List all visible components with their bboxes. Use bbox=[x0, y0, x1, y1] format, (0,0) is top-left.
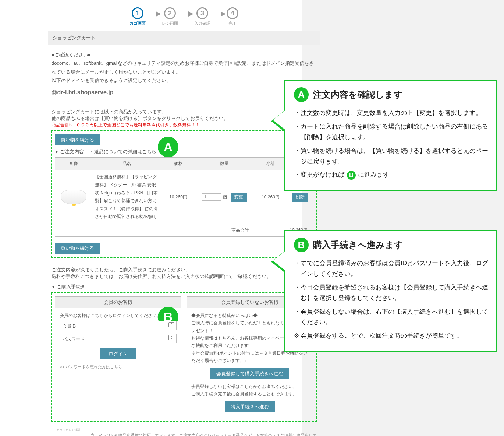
order-detail-label: ご注文内容 bbox=[55, 149, 84, 154]
return-policy-link[interactable]: → 返品についての詳細はこちら bbox=[88, 149, 157, 154]
notice-header: ■ご確認ください■ bbox=[52, 50, 316, 59]
order-summary-box: A 買い物を続ける ご注文内容 → 返品についての詳細はこちら 画像 品名 価格… bbox=[51, 130, 317, 258]
step-3: 3 入力確認 bbox=[194, 7, 210, 26]
proceed-without-register-button[interactable]: 購入手続きへ進む bbox=[225, 401, 275, 412]
purchase-procedure-box: B 会員のお客様 会員のお客様はこちらからログインしてください。 会員ID パス… bbox=[51, 292, 317, 422]
product-price: 10,260円 bbox=[162, 170, 195, 224]
step-arrow-icon: ···· bbox=[210, 11, 227, 23]
product-qty-cell: 個 変更 bbox=[195, 170, 254, 224]
table-header-row: 画像 品名 価格 数量 小計 削除 bbox=[55, 158, 313, 170]
col-name: 品名 bbox=[92, 158, 162, 170]
continue-shopping-button[interactable]: 買い物を続ける bbox=[55, 243, 100, 254]
login-button[interactable]: ログイン bbox=[100, 348, 136, 359]
callout-letter-icon: B bbox=[294, 238, 309, 252]
member-panel-title: 会員のお客様 bbox=[55, 297, 181, 308]
guest-line: ご購入手続き完了後に会員登録することもできます。 bbox=[191, 390, 308, 398]
register-and-proceed-button[interactable]: 会員登録して購入手続きへ進む bbox=[210, 368, 289, 379]
continue-shopping-button[interactable]: 買い物を続ける bbox=[55, 134, 100, 145]
qty-input[interactable] bbox=[202, 193, 221, 201]
callout-item: 買い物を続ける場合は、【買い物を続ける】を選択すると元のページに戻ります。 bbox=[294, 146, 488, 167]
product-subtotal: 10,260円 bbox=[254, 170, 287, 224]
cart-table: 画像 品名 価格 数量 小計 削除 【全国送料無料】【ラッピング無料】 ドクター… bbox=[55, 157, 313, 237]
step-1: 1 カゴ画面 bbox=[129, 7, 146, 26]
password-input[interactable] bbox=[89, 334, 177, 343]
col-image: 画像 bbox=[55, 158, 92, 170]
delete-item-button[interactable]: 削除 bbox=[292, 193, 308, 202]
step-arrow-icon: ···· bbox=[146, 11, 162, 23]
pillow-icon bbox=[61, 190, 86, 204]
change-qty-button[interactable]: 変更 bbox=[231, 193, 247, 202]
norton-click-hint: クリックして確認 bbox=[52, 428, 85, 432]
notice-line: 以下のドメインを受信できるように設定してください。 bbox=[52, 76, 316, 85]
callout-a: A 注文内容を確認します 注文数の変更時は、変更数量を入力の上【変更】を選択しま… bbox=[284, 80, 497, 191]
badge-a-icon: A bbox=[158, 137, 178, 157]
col-subtotal: 小計 bbox=[254, 158, 287, 170]
purchase-procedure-label: ご購入手続き bbox=[52, 284, 316, 290]
member-id-label: 会員ID bbox=[60, 321, 89, 332]
qty-unit: 個 bbox=[223, 194, 227, 200]
callout-item: すでに会員登録済みのお客様は会員IDとパスワードを入力後、ログインしてください。 bbox=[294, 258, 488, 279]
forgot-password-link[interactable]: >> パスワードを忘れた方はこちら bbox=[60, 365, 122, 369]
cart-title: ショッピングカート bbox=[48, 31, 320, 45]
callout-note: 会員登録をすることで、次回注文時の手続きが簡単です。 bbox=[294, 331, 488, 341]
norton-badge-wrap[interactable]: クリックして確認 ✓ Norton SECURED powered by Sym… bbox=[52, 428, 85, 436]
ssl-notice: 当サイトはSSL暗号化通信に対応しております。ご注文内容やクレジットカード番号な… bbox=[90, 428, 320, 436]
callout-b: B 購入手続きへ進みます すでに会員登録済みのお客様は会員IDとパスワードを入力… bbox=[284, 230, 497, 352]
col-price: 価格 bbox=[162, 158, 195, 170]
total-label: 商品合計 bbox=[55, 224, 254, 236]
guest-line: 会員登録しないお客様はこちらからお進みください。 bbox=[191, 383, 308, 390]
notice-block: ■ご確認ください■ docomo、au、softbank、gmailなどのセキュ… bbox=[48, 45, 320, 98]
keyboard-icon[interactable] bbox=[168, 335, 174, 340]
member-id-input[interactable] bbox=[89, 321, 177, 330]
step-2: 2 レジ画面 bbox=[162, 7, 178, 26]
norton-row: クリックして確認 ✓ Norton SECURED powered by Sym… bbox=[52, 428, 320, 436]
callout-letter-icon: A bbox=[294, 87, 309, 102]
table-row: 【全国送料無料】【ラッピング無料】 ドクターエル 寝具 安眠枕 Nelgu（ねる… bbox=[55, 170, 313, 224]
step-arrow-icon: ···· bbox=[178, 11, 194, 23]
callout-item: 変更がなければ B に進みます。 bbox=[294, 170, 488, 180]
callout-item: 会員登録をしない場合は、右下の【購入手続きへ進む】を選択してください。 bbox=[294, 307, 488, 328]
callout-title: 注文内容を確認します bbox=[313, 89, 403, 101]
callout-title: 購入手続きへ進みます bbox=[313, 239, 403, 251]
notice-line: docomo、au、softbank、gmailなどのセキュリティ設定のためお客… bbox=[52, 59, 316, 76]
step-4: 4 完了 bbox=[227, 7, 238, 26]
checkout-stepper: 1 カゴ画面 ···· 2 レジ画面 ···· 3 入力確認 ···· 4 完了 bbox=[107, 7, 261, 26]
callout-item: 今日会員登録を希望されるお客様は【会員登録して購入手続きへ進む】を選択し登録をし… bbox=[294, 282, 488, 304]
callout-item: カートに入れた商品を削除する場合は削除したい商品の右側にある【削除】を選択します… bbox=[294, 122, 488, 143]
keyboard-icon[interactable] bbox=[168, 322, 174, 327]
password-label: パスワード bbox=[60, 334, 89, 345]
callout-item: 注文数の変更時は、変更数量を入力の上【変更】を選択します。 bbox=[294, 108, 488, 119]
norton-secured-icon: ✓ Norton SECURED bbox=[52, 433, 85, 436]
proceed-line: 送料や手数料につきましては、お届け先住所、お支払方法をご入力後の確認画面にてご確… bbox=[52, 273, 316, 280]
inline-b-icon: B bbox=[347, 171, 356, 180]
total-row: 商品合計 10,260円 bbox=[55, 224, 313, 236]
product-image-cell bbox=[55, 170, 92, 224]
col-qty: 数量 bbox=[195, 158, 254, 170]
allowed-domain: @dr-l.bd.shopserve.jp bbox=[52, 87, 316, 98]
product-name: 【全国送料無料】【ラッピング無料】 ドクターエル 寝具 安眠枕 Nelgu（ねる… bbox=[92, 170, 162, 224]
